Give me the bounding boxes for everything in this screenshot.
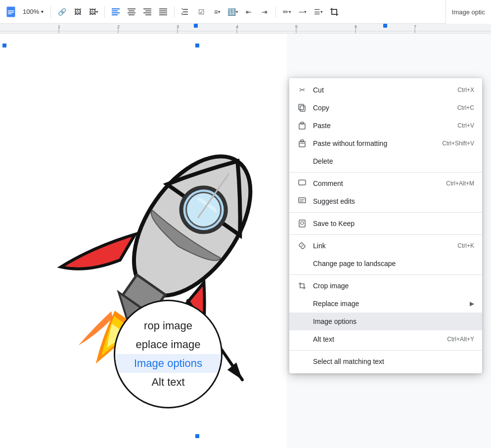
svg-rect-49 (301, 122, 304, 124)
menu-item-select-all[interactable]: Select all matching text (289, 353, 482, 370)
menu-item-landscape[interactable]: Change page to landscape (289, 255, 482, 272)
link-menu-icon (297, 241, 307, 251)
svg-rect-7 (112, 14, 118, 15)
highlight-icon[interactable]: ✏▾ (280, 5, 294, 19)
border-style-icon[interactable]: ☰▾ (312, 5, 325, 19)
svg-text:4: 4 (236, 24, 238, 29)
ruler: 1 2 3 4 5 6 7 (0, 24, 491, 34)
svg-rect-53 (299, 180, 306, 185)
zoom-dropdown-icon: ▾ (41, 9, 44, 14)
zoom-label: 100% (23, 8, 39, 15)
document-area: rop image eplace image Image options Alt… (0, 34, 491, 448)
svg-text:2: 2 (117, 24, 120, 29)
svg-rect-12 (143, 8, 151, 9)
menu-item-suggest[interactable]: Suggest edits (289, 192, 482, 210)
google-docs-icon[interactable] (4, 5, 18, 19)
menu-item-paste-no-format[interactable]: Paste without formatting Ctrl+Shift+V (289, 134, 482, 152)
cut-label: Cut (313, 86, 447, 94)
checklist-icon[interactable]: ☑ (194, 5, 208, 19)
align-center-icon[interactable] (125, 5, 138, 19)
svg-rect-8 (128, 8, 135, 9)
svg-rect-51 (301, 140, 304, 142)
selection-handle-bottom[interactable] (195, 434, 199, 438)
divider-4 (275, 6, 276, 18)
menu-item-copy[interactable]: Copy Ctrl+C (289, 99, 482, 117)
paste-icon (297, 121, 307, 131)
menu-item-alt-text[interactable]: Alt text Ctrl+Alt+Y (289, 330, 482, 348)
svg-rect-19 (159, 14, 167, 15)
numbered-list-icon[interactable]: 🔢▾ (226, 5, 240, 19)
magnifier-item-3: Alt text (115, 373, 221, 392)
svg-text:7: 7 (414, 24, 416, 29)
select-all-label: Select all matching text (313, 358, 474, 365)
image-options-dropdown-icon[interactable]: 🖼▾ (87, 5, 100, 19)
svg-text:1: 1 (58, 24, 60, 29)
divider-1 (50, 6, 51, 18)
menu-item-image-options[interactable]: Image options (289, 313, 482, 330)
paste-no-format-label: Paste without formatting (313, 139, 432, 147)
magnifier-item-2: Image options (115, 354, 221, 373)
svg-rect-17 (159, 10, 167, 11)
selection-handle-left[interactable] (2, 44, 6, 47)
menu-item-delete[interactable]: Delete (289, 152, 482, 170)
paste-shortcut: Ctrl+V (457, 122, 474, 129)
menu-item-save-keep[interactable]: Save to Keep (289, 215, 482, 232)
link-icon[interactable]: 🔗 (55, 5, 69, 19)
indent-increase-icon[interactable]: ⇥ (258, 5, 271, 19)
link-shortcut: Ctrl+K (457, 242, 474, 249)
zoom-control[interactable]: 100% ▾ (20, 7, 46, 16)
menu-item-replace[interactable]: Replace image ▶ (289, 295, 482, 313)
replace-icon (297, 299, 307, 309)
crop-tool-icon[interactable] (327, 5, 341, 19)
image-options-label: Image options (313, 317, 474, 325)
align-justify-icon[interactable] (156, 5, 170, 19)
svg-rect-11 (129, 14, 134, 15)
menu-item-paste[interactable]: Paste Ctrl+V (289, 117, 482, 134)
image-insert-icon[interactable]: 🖼 (71, 5, 85, 19)
svg-rect-10 (128, 12, 135, 13)
svg-text:6: 6 (355, 24, 357, 29)
svg-rect-9 (129, 10, 134, 11)
more-format-icon[interactable]: ─▾ (296, 5, 310, 19)
svg-line-59 (302, 245, 303, 246)
bullet-list-icon[interactable]: ≡▾ (210, 5, 224, 19)
indent-decrease-icon[interactable]: ⇤ (242, 5, 256, 19)
copy-icon (297, 103, 307, 113)
crop-label: Crop image (313, 282, 474, 290)
divider-3 (174, 6, 175, 18)
select-all-icon (297, 357, 307, 366)
svg-rect-4 (112, 8, 120, 9)
menu-item-comment[interactable]: Comment Ctrl+Alt+M (289, 175, 482, 192)
svg-rect-1 (8, 10, 14, 11)
line-spacing-icon[interactable] (179, 5, 192, 19)
divider-after-landscape (289, 274, 482, 275)
landscape-icon (297, 259, 307, 269)
menu-item-cut[interactable]: ✂ Cut Ctrl+X (289, 81, 482, 99)
landscape-label: Change page to landscape (313, 260, 474, 268)
svg-rect-16 (159, 8, 167, 9)
selection-handle-top[interactable] (195, 44, 199, 47)
svg-rect-6 (112, 12, 120, 13)
image-optic-label: Image optic (452, 8, 485, 16)
comment-icon (297, 179, 307, 188)
context-menu: ✂ Cut Ctrl+X Copy Ctrl+C Paste Ctrl+V Pa… (289, 78, 482, 373)
paste-no-format-shortcut: Ctrl+Shift+V (442, 140, 474, 147)
cut-shortcut: Ctrl+X (457, 87, 474, 93)
comment-shortcut: Ctrl+Alt+M (446, 180, 474, 187)
menu-item-link[interactable]: Link Ctrl+K (289, 237, 482, 255)
cut-icon: ✂ (297, 85, 307, 95)
replace-submenu-arrow: ▶ (470, 300, 474, 307)
svg-rect-3 (8, 13, 12, 14)
svg-rect-15 (145, 14, 151, 15)
svg-rect-22 (183, 14, 188, 15)
copy-label: Copy (313, 104, 447, 112)
svg-rect-18 (159, 12, 167, 13)
image-options-badge: Image optic (446, 0, 491, 24)
align-left-icon[interactable] (109, 5, 123, 19)
align-right-icon[interactable] (140, 5, 154, 19)
svg-rect-2 (8, 12, 14, 13)
menu-item-crop[interactable]: Crop image (289, 277, 482, 295)
svg-rect-46 (300, 106, 305, 111)
magnifier-item-1: eplace image (115, 335, 221, 354)
suggest-label: Suggest edits (313, 197, 474, 205)
